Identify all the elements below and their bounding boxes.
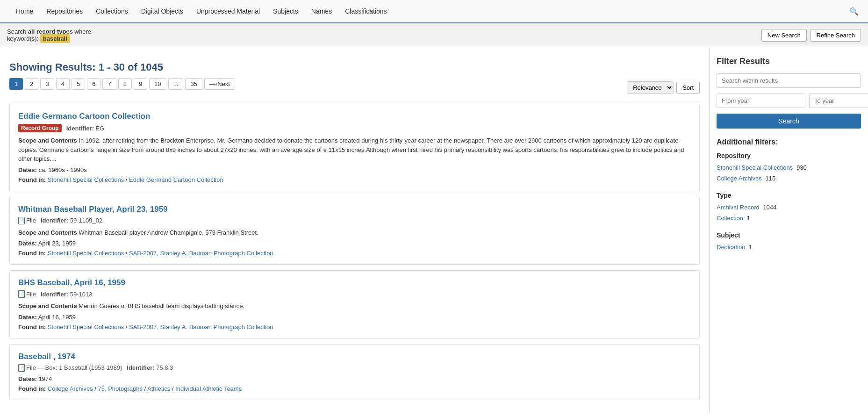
result-card-3: BHS Baseball, April 16, 1959 📄 File Iden… <box>9 270 700 338</box>
nav-names[interactable]: Names <box>305 0 338 23</box>
filter-type-0[interactable]: Archival Record 1044 <box>717 202 861 213</box>
new-search-button[interactable]: New Search <box>761 29 807 42</box>
page-ellipsis: ... <box>168 78 184 90</box>
sort-select[interactable]: Relevance Title Date <box>627 81 674 94</box>
pagination-row: 1 2 3 4 5 6 7 8 9 10 ... 35 —›Next Relev… <box>9 78 700 97</box>
additional-filters-heading: Additional filters: <box>717 138 861 146</box>
identifier-label-3: Identifier: 59-1013 <box>41 291 93 298</box>
content-area: Showing Results: 1 - 30 of 1045 1 2 3 4 … <box>0 47 709 413</box>
pagination: 1 2 3 4 5 6 7 8 9 10 ... 35 —›Next <box>9 78 235 90</box>
found-link-2-0[interactable]: Stonehill Special Collections <box>48 250 124 257</box>
page-10[interactable]: 10 <box>149 78 166 90</box>
found-link-4-2[interactable]: Athletics <box>147 385 170 392</box>
search-action-buttons: New Search Refine Search <box>761 29 861 42</box>
result-card-4: Baseball , 1974 📄 File — Box: 1 Baseball… <box>9 344 700 400</box>
nav-subjects[interactable]: Subjects <box>266 0 305 23</box>
search-icon[interactable]: 🔍 <box>849 7 859 16</box>
top-nav: Home Repositories Collections Digital Ob… <box>0 0 868 23</box>
main-container: Showing Results: 1 - 30 of 1045 1 2 3 4 … <box>0 47 868 413</box>
result-card-2: Whitman Baseball Player, April 23, 1959 … <box>9 197 700 265</box>
filter-subject-title: Subject <box>717 231 861 239</box>
found-link-1-1[interactable]: Eddie Germano Cartoon Collection <box>129 176 223 183</box>
type-badge-file-4: 📄 File — Box: 1 Baseball (1953-1989) <box>18 364 122 372</box>
page-8[interactable]: 8 <box>118 78 132 90</box>
result-card-1: Eddie Germano Cartoon Collection Record … <box>9 104 700 191</box>
nav-home[interactable]: Home <box>9 0 40 23</box>
found-link-3-0[interactable]: Stonehill Special Collections <box>48 324 124 331</box>
found-sep-4a: / <box>94 385 98 392</box>
year-range <box>717 93 861 108</box>
search-summary-text: Search all record types where keyword(s)… <box>7 28 91 42</box>
found-in-2: Found in: Stonehill Special Collections … <box>18 250 691 257</box>
dates-2: Dates: April 23, 1959 <box>18 240 691 247</box>
result-meta-4: 📄 File — Box: 1 Baseball (1953-1989) Ide… <box>18 364 691 372</box>
page-4[interactable]: 4 <box>56 78 70 90</box>
found-sep: / <box>126 176 129 183</box>
result-title-3[interactable]: BHS Baseball, April 16, 1959 <box>18 278 691 288</box>
identifier-label-2: Identifier: 59-1109_02 <box>41 217 102 224</box>
found-sep-3: / <box>126 324 129 331</box>
filter-type-1[interactable]: Collection 1 <box>717 213 861 223</box>
dates-1: Dates: ca. 1960s - 1990s <box>18 166 691 173</box>
type-badge-file-3: 📄 File <box>18 290 36 298</box>
sort-area: Relevance Title Date Sort <box>627 81 700 94</box>
found-link-4-1[interactable]: 75, Photographs <box>98 385 143 392</box>
page-3[interactable]: 3 <box>40 78 54 90</box>
sort-button[interactable]: Sort <box>676 82 700 93</box>
found-sep-2: / <box>126 250 129 257</box>
page-1[interactable]: 1 <box>9 78 23 90</box>
result-meta-2: 📄 File Identifier: 59-1109_02 <box>18 217 691 224</box>
found-link-4-0[interactable]: College Archives <box>48 385 93 392</box>
page-next[interactable]: —›Next <box>204 78 235 90</box>
nav-unprocessed[interactable]: Unprocessed Material <box>190 0 266 23</box>
filter-subject-0[interactable]: Dedication 1 <box>717 242 861 252</box>
type-badge-file-2: 📄 File <box>18 217 36 224</box>
filter-section-repository: Repository Stonehill Special Collections… <box>717 152 861 184</box>
found-in-3: Found in: Stonehill Special Collections … <box>18 324 691 331</box>
nav-collections[interactable]: Collections <box>89 0 134 23</box>
page-35[interactable]: 35 <box>185 78 202 90</box>
page-9[interactable]: 9 <box>134 78 147 90</box>
filter-repo-1[interactable]: College Archives 115 <box>717 173 861 184</box>
nav-digital-objects[interactable]: Digital Objects <box>135 0 190 23</box>
page-2[interactable]: 2 <box>25 78 38 90</box>
keyword-value: baseball <box>40 34 70 43</box>
filter-repository-title: Repository <box>717 152 861 159</box>
result-title-4[interactable]: Baseball , 1974 <box>18 352 691 361</box>
file-icon-3: 📄 <box>18 290 25 298</box>
result-meta-3: 📄 File Identifier: 59-1013 <box>18 290 691 298</box>
to-year-input[interactable] <box>809 93 868 108</box>
filter-search-button[interactable]: Search <box>717 114 861 129</box>
found-link-4-3[interactable]: Individual Athletic Teams <box>175 385 242 392</box>
found-link-1-0[interactable]: Stonehill Special Collections <box>48 176 124 183</box>
refine-search-button[interactable]: Refine Search <box>811 29 861 42</box>
where-label: where <box>75 28 91 35</box>
page-6[interactable]: 6 <box>87 78 100 90</box>
search-prefix: Search <box>7 28 26 35</box>
result-title-1[interactable]: Eddie Germano Cartoon Collection <box>18 112 691 121</box>
filter-type-title: Type <box>717 192 861 199</box>
identifier-label-4: Identifier: 75.8.3 <box>127 364 173 371</box>
filter-section-subject: Subject Dedication 1 <box>717 231 861 252</box>
from-year-input[interactable] <box>717 93 805 108</box>
filter-search-input[interactable] <box>717 73 861 88</box>
keyword-label: keyword(s): <box>7 35 38 42</box>
found-in-1: Found in: Stonehill Special Collections … <box>18 176 691 183</box>
nav-classifications[interactable]: Classifications <box>338 0 393 23</box>
found-link-2-1[interactable]: SAB-2007, Stanley A. Bauman Photograph C… <box>129 250 273 257</box>
file-icon-2: 📄 <box>18 217 25 224</box>
page-7[interactable]: 7 <box>102 78 116 90</box>
results-heading: Showing Results: 1 - 30 of 1045 <box>9 54 700 78</box>
result-title-2[interactable]: Whitman Baseball Player, April 23, 1959 <box>18 205 691 214</box>
filter-repo-0[interactable]: Stonehill Special Collections 930 <box>717 162 861 173</box>
scope-1: Scope and Contents In 1992, after retiri… <box>18 136 691 164</box>
filter-section-type: Type Archival Record 1044 Collection 1 <box>717 192 861 224</box>
found-link-3-1[interactable]: SAB-2007, Stanley A. Bauman Photograph C… <box>129 324 273 331</box>
type-badge-rg: Record Group <box>18 124 62 132</box>
dates-4: Dates: 1974 <box>18 375 691 382</box>
dates-3: Dates: April 16, 1959 <box>18 314 691 321</box>
nav-repositories[interactable]: Repositories <box>40 0 89 23</box>
filter-sidebar: Filter Results Search Additional filters… <box>709 47 868 413</box>
page-5[interactable]: 5 <box>72 78 85 90</box>
scope-2: Scope and Contents Whitman Baseball play… <box>18 228 691 237</box>
